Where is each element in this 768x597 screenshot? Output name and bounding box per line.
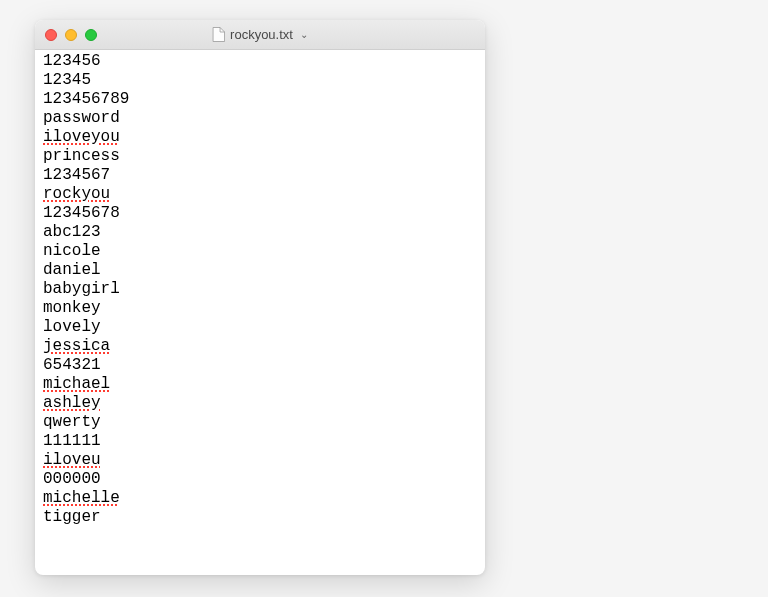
text-line: ashley [43, 394, 477, 413]
text-line: michelle [43, 489, 477, 508]
misspelled-word: michelle [43, 489, 120, 507]
text-line: 12345 [43, 71, 477, 90]
misspelled-word: iloveu [43, 451, 101, 469]
document-icon [212, 27, 225, 42]
text-line: 123456789 [43, 90, 477, 109]
titlebar[interactable]: rockyou.txt ⌄ [35, 20, 485, 50]
text-line: jessica [43, 337, 477, 356]
text-line: abc123 [43, 223, 477, 242]
misspelled-word: iloveyou [43, 128, 120, 146]
text-line: nicole [43, 242, 477, 261]
text-editor-window: rockyou.txt ⌄ 12345612345123456789passwo… [35, 20, 485, 575]
misspelled-word: ashley [43, 394, 101, 412]
text-line: 123456 [43, 52, 477, 71]
text-line: rockyou [43, 185, 477, 204]
text-line: 1234567 [43, 166, 477, 185]
text-line: lovely [43, 318, 477, 337]
text-line: monkey [43, 299, 477, 318]
text-line: 111111 [43, 432, 477, 451]
text-line: daniel [43, 261, 477, 280]
misspelled-word: jessica [43, 337, 110, 355]
text-line: iloveyou [43, 128, 477, 147]
close-button[interactable] [45, 29, 57, 41]
text-content[interactable]: 12345612345123456789passwordiloveyouprin… [35, 50, 485, 575]
minimize-button[interactable] [65, 29, 77, 41]
text-line: 000000 [43, 470, 477, 489]
traffic-lights [45, 29, 97, 41]
text-line: tigger [43, 508, 477, 527]
zoom-button[interactable] [85, 29, 97, 41]
text-line: 12345678 [43, 204, 477, 223]
text-line: password [43, 109, 477, 128]
window-title-container[interactable]: rockyou.txt ⌄ [212, 27, 308, 42]
text-line: 654321 [43, 356, 477, 375]
window-title: rockyou.txt [230, 27, 293, 42]
text-line: babygirl [43, 280, 477, 299]
misspelled-word: rockyou [43, 185, 110, 203]
text-line: michael [43, 375, 477, 394]
text-line: princess [43, 147, 477, 166]
text-line: iloveu [43, 451, 477, 470]
text-line: qwerty [43, 413, 477, 432]
misspelled-word: michael [43, 375, 110, 393]
chevron-down-icon[interactable]: ⌄ [300, 29, 308, 40]
